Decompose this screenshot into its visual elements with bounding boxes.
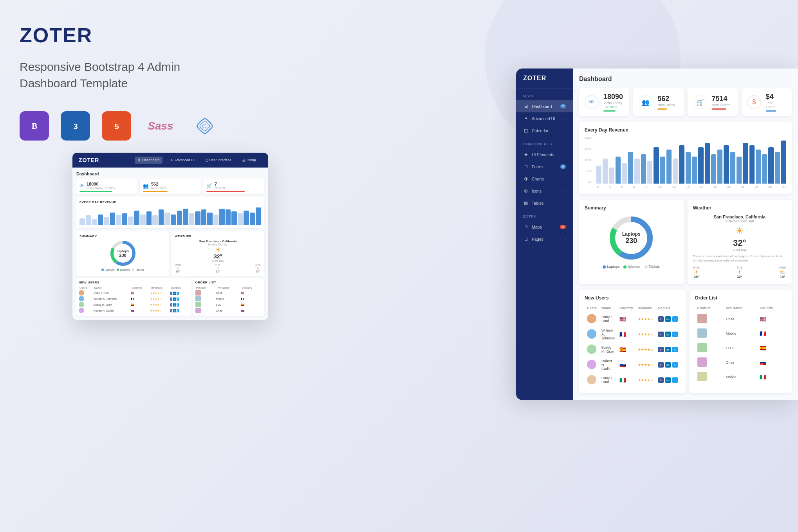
socials-row-4: f in t xyxy=(658,362,678,368)
stat-card-total: $ $4 TotalLast 8 xyxy=(742,88,792,116)
legend-dot-green xyxy=(623,265,626,269)
charts-icon: ◑ xyxy=(523,176,529,181)
sidebar-item-tables[interactable]: ▦ Tables › xyxy=(516,197,573,209)
social-fb-5[interactable]: f xyxy=(658,377,664,383)
y-label-225: $225 xyxy=(585,148,592,151)
small-users-title: NEW USERS xyxy=(79,281,188,284)
small-donut-label: Laptops xyxy=(117,249,129,253)
small-user-name-2: William A. Johnson xyxy=(94,296,131,302)
user-name-4: Robert N. Carlile xyxy=(599,357,617,373)
sidebar-item-icons[interactable]: ◎ Icons › xyxy=(516,185,573,197)
order-product-1 xyxy=(695,312,724,326)
bar-23 xyxy=(213,215,219,225)
small-stat-users-value: 562 xyxy=(151,182,166,186)
user-socials-5: f in t xyxy=(656,373,680,388)
small-stat-visits-value: 18090 xyxy=(87,182,115,186)
revenue-bar-10 xyxy=(654,147,659,184)
small-order-country-4: 🇷🇺 xyxy=(241,308,262,314)
small-order-name-2: Mobile xyxy=(216,296,241,302)
flag-3: 🇪🇸 xyxy=(619,346,626,353)
sidebar-item-maps[interactable]: ⊙ Maps ● xyxy=(516,221,573,233)
social-fb-3[interactable]: f xyxy=(658,347,664,352)
order-country-3: 🇪🇸 xyxy=(757,341,786,355)
revenue-bars xyxy=(596,137,786,184)
small-user-stars-4: ★★★★☆ xyxy=(150,308,170,314)
users-table: Users Name Country Reviews Socials Ruby … xyxy=(585,305,680,388)
order-name-5: Mobile xyxy=(724,370,757,384)
order-product-3 xyxy=(695,341,724,355)
small-user-avatar-1 xyxy=(79,290,94,296)
x-label-20: 20 xyxy=(713,185,717,189)
small-user-row-4: Robert N. Carlile🇷🇺★★★★☆fint xyxy=(79,308,188,314)
forecast-wen: WEN ⛅ 10° xyxy=(779,266,786,279)
social-tw-2[interactable]: t xyxy=(672,332,678,337)
social-in-3[interactable]: in xyxy=(665,347,671,352)
social-tw-4[interactable]: t xyxy=(672,362,678,368)
small-order-country-2: 🇫🇷 xyxy=(241,296,262,302)
bar-16 xyxy=(171,215,176,225)
th-pro-name: Pro Name xyxy=(216,286,241,290)
small-user-socials-4: fint xyxy=(170,308,188,314)
svg-text:3: 3 xyxy=(73,122,78,131)
bar-4 xyxy=(98,215,103,225)
sidebar-section-components: Components xyxy=(516,137,573,148)
x-label-24: 24 xyxy=(741,185,744,189)
donut-wrapper: Laptops 230 Laptops Iphones Tablets xyxy=(585,215,678,269)
order-flag-4: 🇷🇺 xyxy=(760,359,766,366)
forecast-tue-icon: ☀ xyxy=(737,269,743,275)
sidebar-item-pages[interactable]: ◻ Pages › xyxy=(516,233,573,245)
small-forecast-tue-label: TUE xyxy=(215,264,221,267)
sidebar-item-charts[interactable]: ◑ Charts › xyxy=(516,173,573,185)
sidebar-item-dashboard[interactable]: ⊞ Dashboard 7 xyxy=(516,100,573,112)
small-order-product-3 xyxy=(195,302,216,308)
bar-13 xyxy=(152,215,158,225)
social-in-4[interactable]: in xyxy=(665,362,671,368)
legend-dot-laptops xyxy=(101,269,104,271)
revenue-bar-23 xyxy=(737,157,742,184)
donut-laptops-label: Laptops xyxy=(622,231,641,237)
bar-25 xyxy=(226,209,231,225)
users-number: 562 xyxy=(657,95,678,103)
sidebar-item-ui-elements[interactable]: ◈ UI Elements › xyxy=(516,148,573,161)
social-tw-1[interactable]: t xyxy=(672,316,678,322)
donut-center-label: Laptops 230 xyxy=(622,231,641,245)
social-in-5[interactable]: in xyxy=(665,377,671,383)
revenue-bar-24 xyxy=(743,143,748,184)
y-label-300: $300 xyxy=(585,137,592,140)
sidebar-item-calendar[interactable]: ◫ Calendar xyxy=(516,124,573,137)
order-row-4: Chair 🇷🇺 xyxy=(695,355,786,370)
x-label-6: 6 xyxy=(621,185,623,189)
total-info: $4 TotalLast 8 xyxy=(766,93,786,112)
sidebar-item-icons-label: Icons xyxy=(532,189,542,193)
social-in-2[interactable]: in xyxy=(665,332,671,337)
small-user-stars-2: ★★★★☆ xyxy=(150,296,170,302)
small-nav-comp: ◎ Comp... xyxy=(239,157,262,164)
order-flag-3: 🇪🇸 xyxy=(760,345,766,351)
sidebar-section-main: Main xyxy=(516,88,573,100)
legend-dot-gray xyxy=(645,265,648,269)
small-weather: WEATHER San Francisco, California Sunday… xyxy=(172,231,264,276)
small-user-name-4: Robert N. Carlile xyxy=(94,308,131,314)
forecast-mon: MON ☀ 38° xyxy=(693,266,701,279)
revenue-bar-25 xyxy=(749,145,755,184)
forecast-tue: TUE ☀ 32° xyxy=(737,266,743,279)
user-avatar-5 xyxy=(585,373,599,388)
weather-description: There are many variations of passages of… xyxy=(693,254,787,263)
social-fb-2[interactable]: f xyxy=(658,332,664,337)
visits-icon: 👁 xyxy=(585,95,599,109)
sidebar-item-forms[interactable]: ◻ Forms 9 xyxy=(516,161,573,173)
social-in-1[interactable]: in xyxy=(665,316,671,322)
weather-card-title: Weather xyxy=(693,205,787,211)
small-summary-title: SUMMARY xyxy=(79,234,166,238)
total-number: $4 xyxy=(766,93,786,101)
sidebar-item-advanced-ui[interactable]: ✦ Advanced UI › xyxy=(516,112,573,124)
social-fb-4[interactable]: f xyxy=(658,362,664,368)
social-tw-5[interactable]: t xyxy=(672,377,678,383)
social-fb-1[interactable]: f xyxy=(658,316,664,322)
x-label-10: 10 xyxy=(645,185,648,189)
small-forecast-wen-temp: 10° xyxy=(255,270,261,273)
user-country-3: 🇪🇸 xyxy=(617,343,636,357)
social-tw-3[interactable]: t xyxy=(672,347,678,352)
small-donut-legend: Laptops Iphones Tablets xyxy=(79,269,166,271)
orders-bar xyxy=(712,108,726,110)
